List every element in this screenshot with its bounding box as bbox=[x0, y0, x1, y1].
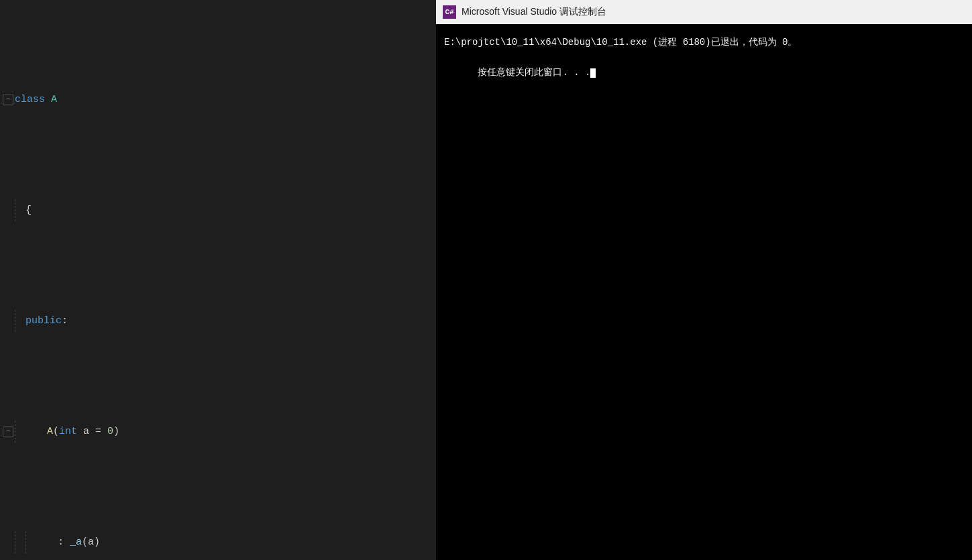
code-content: − class A { public: − A(int a = 0) bbox=[0, 0, 436, 560]
cursor bbox=[590, 68, 596, 78]
console-panel: C# Microsoft Visual Studio 调试控制台 E:\proj… bbox=[436, 0, 972, 560]
code-line-1: − class A bbox=[0, 89, 436, 111]
code-line-4: − A(int a = 0) bbox=[0, 421, 436, 443]
console-title: Microsoft Visual Studio 调试控制台 bbox=[462, 6, 606, 18]
console-icon-label: C# bbox=[445, 8, 453, 16]
console-icon: C# bbox=[443, 5, 456, 19]
code-editor[interactable]: − class A { public: − A(int a = 0) bbox=[0, 0, 436, 560]
code-line-2: { bbox=[0, 199, 436, 221]
code-line-5: : _a(a) bbox=[0, 531, 436, 553]
console-output-line-2: 按任意键关闭此窗口. . . bbox=[444, 50, 964, 95]
console-titlebar: C# Microsoft Visual Studio 调试控制台 bbox=[436, 0, 972, 24]
collapse-btn-1[interactable]: − bbox=[3, 95, 13, 105]
console-output-line-1: E:\projtct\10_11\x64\Debug\10_11.exe (进程… bbox=[444, 35, 964, 50]
collapse-btn-4[interactable]: − bbox=[3, 427, 13, 437]
code-line-3: public: bbox=[0, 310, 436, 332]
console-body[interactable]: E:\projtct\10_11\x64\Debug\10_11.exe (进程… bbox=[436, 24, 972, 560]
